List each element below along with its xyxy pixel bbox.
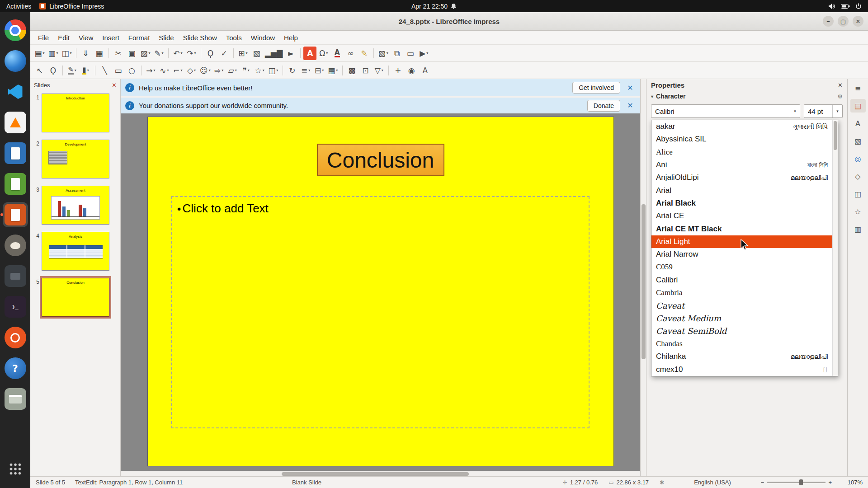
connectors-icon[interactable]: ⌐▾ bbox=[171, 64, 184, 77]
dock-libreoffice-writer-icon[interactable] bbox=[3, 141, 28, 166]
system-tray[interactable] bbox=[828, 3, 868, 9]
zoom-pan-icon[interactable]: Ϙ bbox=[47, 64, 60, 77]
rotate-icon[interactable]: ↻ bbox=[286, 64, 299, 77]
arrange-icon[interactable]: ⊟▾ bbox=[313, 64, 326, 77]
glue-points-icon[interactable]: ◉ bbox=[405, 64, 418, 77]
animation-deck-icon[interactable]: ☆ bbox=[850, 205, 866, 218]
gallery-deck-icon[interactable]: ▧ bbox=[850, 134, 866, 148]
font-name-dropdown-icon[interactable]: ▾ bbox=[790, 105, 800, 117]
slide-thumbnail-5[interactable]: Conclusion bbox=[42, 278, 109, 317]
crop-image-icon[interactable]: ⊡ bbox=[359, 64, 372, 77]
symbol-shapes-icon[interactable]: ☺▾ bbox=[198, 64, 212, 77]
dropdown-arrow-icon[interactable]: ▾ bbox=[326, 51, 328, 55]
slide-canvas[interactable]: Conclusion ● Click to add Text bbox=[148, 117, 613, 466]
show-draw-functions-icon[interactable]: ✎ bbox=[358, 47, 371, 60]
horizontal-scrollbar-thumb[interactable] bbox=[282, 472, 469, 476]
dropdown-arrow-icon[interactable]: ▾ bbox=[43, 51, 45, 55]
dropdown-arrow-icon[interactable]: ▾ bbox=[154, 68, 156, 72]
dropdown-arrow-icon[interactable]: ▾ bbox=[181, 68, 183, 72]
select-icon[interactable]: ↖ bbox=[33, 64, 46, 77]
insert-hyperlink-icon[interactable]: ∞ bbox=[344, 47, 357, 60]
lines-and-arrows-icon[interactable]: →▾ bbox=[144, 64, 157, 77]
donate-button[interactable]: Donate bbox=[587, 100, 620, 112]
undo-icon[interactable]: ↶▾ bbox=[171, 47, 184, 60]
properties-close-icon[interactable]: ✕ bbox=[838, 82, 843, 89]
slide-transition-deck-icon[interactable]: ◫ bbox=[850, 187, 866, 201]
menu-help[interactable]: Help bbox=[280, 33, 302, 43]
3d-objects-icon[interactable]: ◫▾ bbox=[267, 64, 280, 77]
master-slides-deck-icon[interactable]: ▥ bbox=[850, 222, 866, 236]
cut-icon[interactable]: ✂ bbox=[112, 47, 125, 60]
spelling-icon[interactable]: ✓ bbox=[217, 47, 231, 60]
zoom-slider[interactable] bbox=[767, 482, 826, 483]
dropdown-arrow-icon[interactable]: ▾ bbox=[246, 51, 248, 55]
new-document-icon[interactable]: ▤▾ bbox=[33, 47, 46, 60]
dropdown-arrow-icon[interactable]: ▾ bbox=[235, 68, 237, 72]
copy-icon[interactable]: ▣ bbox=[125, 47, 138, 60]
align-objects-icon[interactable]: ≡▾ bbox=[299, 64, 312, 77]
close-button[interactable]: ✕ bbox=[853, 16, 863, 27]
zoom-slider-thumb[interactable] bbox=[799, 479, 803, 485]
dropdown-arrow-icon[interactable]: ▾ bbox=[149, 51, 151, 55]
minimize-button[interactable]: − bbox=[823, 16, 834, 27]
dock-vlc-icon[interactable] bbox=[3, 110, 28, 135]
font-option-arial-ce-mt-black[interactable]: Arial CE MT Black bbox=[651, 222, 832, 235]
basic-shapes-icon[interactable]: ◇▾ bbox=[185, 64, 198, 77]
clock-menu[interactable]: Apr 21 22:50 bbox=[411, 0, 457, 12]
font-option-ani[interactable]: Aniবাংলা লিপি bbox=[651, 159, 832, 171]
insert-special-character-icon[interactable]: Ω▾ bbox=[317, 47, 330, 60]
font-option-chilanka[interactable]: Chilankaമലയാളലിപി bbox=[651, 350, 832, 363]
font-option-caveat[interactable]: Caveat bbox=[651, 299, 832, 312]
dropdown-arrow-icon[interactable]: ▾ bbox=[322, 68, 324, 72]
character-section-header[interactable]: ▾ Character ⚙ bbox=[646, 91, 847, 102]
callout-shapes-icon[interactable]: ❞▾ bbox=[240, 64, 253, 77]
font-list-scrollbar[interactable] bbox=[832, 120, 838, 376]
get-involved-button[interactable]: Get involved bbox=[572, 82, 620, 94]
font-option-caveat-medium[interactable]: Caveat Medium bbox=[651, 312, 832, 324]
shadow-icon[interactable]: ▩ bbox=[345, 64, 359, 77]
find-and-replace-icon[interactable]: Ϙ bbox=[204, 47, 217, 60]
redo-icon[interactable]: ↷▾ bbox=[185, 47, 198, 60]
dock-libreoffice-impress-icon[interactable] bbox=[3, 202, 28, 227]
insert-line-icon[interactable]: ╲ bbox=[98, 64, 111, 77]
focused-app-indicator[interactable]: LibreOffice Impress bbox=[39, 3, 104, 10]
font-option-caveat-semibold[interactable]: Caveat SemiBold bbox=[651, 325, 832, 338]
rectangle-icon[interactable]: ▭ bbox=[112, 64, 125, 77]
new-slide-icon[interactable]: ▧▾ bbox=[377, 47, 390, 60]
maximize-button[interactable]: ▢ bbox=[838, 16, 849, 27]
stars-and-banners-icon[interactable]: ☆▾ bbox=[253, 64, 266, 77]
line-color-icon[interactable]: ✎▾ bbox=[66, 64, 79, 77]
dock-vscode-icon[interactable] bbox=[3, 79, 28, 104]
block-arrows-icon[interactable]: ⇨▾ bbox=[212, 64, 226, 77]
dock-ubuntu-software-icon[interactable] bbox=[3, 325, 28, 350]
flowchart-shapes-icon[interactable]: ▱▾ bbox=[226, 64, 239, 77]
menu-edit[interactable]: Edit bbox=[54, 33, 74, 43]
clone-formatting-icon[interactable]: ✎▾ bbox=[152, 47, 165, 60]
dropdown-arrow-icon[interactable]: ▾ bbox=[70, 51, 72, 55]
vertical-scrollbar-thumb[interactable] bbox=[642, 204, 646, 359]
font-option-alice[interactable]: Alice bbox=[651, 146, 832, 159]
edit-points-icon[interactable]: + bbox=[392, 64, 405, 77]
font-option-abyssinica-sil[interactable]: Abyssinica SIL bbox=[651, 133, 832, 145]
font-list-scrollbar-thumb[interactable] bbox=[834, 121, 837, 150]
slide-thumbnail-3[interactable]: Assessment bbox=[42, 186, 109, 225]
zoom-in-button[interactable]: + bbox=[828, 479, 832, 486]
title-bar[interactable]: 24_8.pptx - LibreOffice Impress −▢✕ bbox=[30, 12, 868, 31]
slide-layout-status[interactable]: Blank Slide bbox=[292, 479, 321, 486]
save-icon[interactable]: ◫▾ bbox=[60, 47, 73, 60]
slide-properties-icon[interactable]: ▭ bbox=[404, 47, 417, 60]
language-status[interactable]: English (USA) bbox=[694, 479, 731, 486]
font-option-arial[interactable]: Arial bbox=[651, 184, 832, 197]
slide-title-textbox[interactable]: Conclusion bbox=[317, 144, 444, 176]
open-file-icon[interactable]: ▥▾ bbox=[47, 47, 60, 60]
dropdown-arrow-icon[interactable]: ▾ bbox=[209, 68, 211, 72]
activities-button[interactable]: Activities bbox=[6, 3, 31, 10]
dropdown-arrow-icon[interactable]: ▾ bbox=[194, 51, 196, 55]
font-option-calibri[interactable]: Calibri bbox=[651, 274, 832, 286]
menu-slide[interactable]: Slide bbox=[155, 33, 178, 43]
dropdown-arrow-icon[interactable]: ▾ bbox=[426, 51, 428, 55]
properties-deck-icon[interactable]: ▤ bbox=[850, 99, 866, 113]
horizontal-scrollbar[interactable] bbox=[121, 471, 640, 476]
dropdown-arrow-icon[interactable]: ▾ bbox=[75, 68, 76, 72]
slide-body-placeholder[interactable]: ● Click to add Text bbox=[171, 196, 590, 428]
